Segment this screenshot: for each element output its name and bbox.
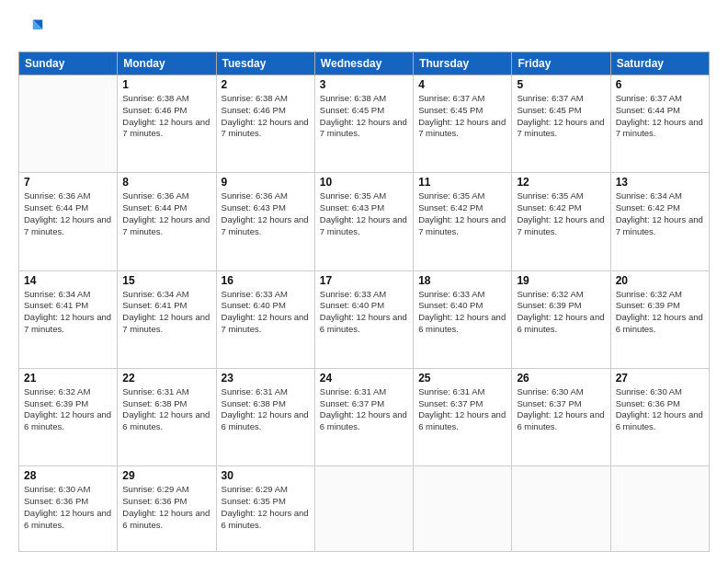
day-info: Sunrise: 6:35 AM Sunset: 6:43 PM Dayligh… bbox=[320, 190, 408, 237]
day-info: Sunrise: 6:31 AM Sunset: 6:38 PM Dayligh… bbox=[222, 386, 310, 433]
day-number: 22 bbox=[122, 372, 210, 385]
calendar-cell: 16Sunrise: 6:33 AM Sunset: 6:40 PM Dayli… bbox=[216, 270, 314, 368]
weekday-header: Friday bbox=[512, 52, 610, 75]
day-number: 9 bbox=[222, 176, 310, 189]
calendar-cell bbox=[414, 466, 512, 552]
calendar-cell: 20Sunrise: 6:32 AM Sunset: 6:39 PM Dayli… bbox=[610, 270, 709, 368]
day-info: Sunrise: 6:38 AM Sunset: 6:45 PM Dayligh… bbox=[320, 93, 408, 140]
calendar-cell: 1Sunrise: 6:38 AM Sunset: 6:46 PM Daylig… bbox=[118, 75, 216, 173]
day-info: Sunrise: 6:35 AM Sunset: 6:42 PM Dayligh… bbox=[517, 190, 605, 237]
day-number: 17 bbox=[320, 274, 408, 287]
calendar-cell: 12Sunrise: 6:35 AM Sunset: 6:42 PM Dayli… bbox=[512, 173, 610, 270]
weekday-header: Saturday bbox=[610, 52, 709, 75]
day-info: Sunrise: 6:33 AM Sunset: 6:40 PM Dayligh… bbox=[418, 289, 506, 336]
calendar-week-row: 21Sunrise: 6:32 AM Sunset: 6:39 PM Dayli… bbox=[19, 368, 710, 465]
day-info: Sunrise: 6:34 AM Sunset: 6:42 PM Dayligh… bbox=[616, 190, 704, 237]
day-number: 14 bbox=[24, 274, 112, 287]
calendar-cell bbox=[314, 466, 413, 552]
day-number: 26 bbox=[517, 372, 605, 385]
weekday-header: Sunday bbox=[19, 52, 118, 75]
day-number: 3 bbox=[320, 78, 408, 91]
day-info: Sunrise: 6:37 AM Sunset: 6:44 PM Dayligh… bbox=[616, 93, 704, 140]
day-info: Sunrise: 6:34 AM Sunset: 6:41 PM Dayligh… bbox=[122, 289, 210, 336]
calendar-cell: 15Sunrise: 6:34 AM Sunset: 6:41 PM Dayli… bbox=[118, 270, 216, 368]
calendar-cell bbox=[512, 466, 610, 552]
calendar-cell: 30Sunrise: 6:29 AM Sunset: 6:35 PM Dayli… bbox=[216, 466, 314, 552]
day-number: 7 bbox=[24, 176, 112, 189]
day-number: 2 bbox=[222, 78, 310, 91]
day-info: Sunrise: 6:38 AM Sunset: 6:46 PM Dayligh… bbox=[122, 93, 210, 140]
page: SundayMondayTuesdayWednesdayThursdayFrid… bbox=[0, 0, 728, 563]
day-info: Sunrise: 6:32 AM Sunset: 6:39 PM Dayligh… bbox=[616, 289, 704, 336]
day-info: Sunrise: 6:29 AM Sunset: 6:35 PM Dayligh… bbox=[222, 484, 310, 531]
calendar-cell: 3Sunrise: 6:38 AM Sunset: 6:45 PM Daylig… bbox=[314, 75, 413, 173]
calendar-cell: 7Sunrise: 6:36 AM Sunset: 6:44 PM Daylig… bbox=[19, 173, 118, 270]
day-number: 18 bbox=[418, 274, 506, 287]
calendar-cell: 22Sunrise: 6:31 AM Sunset: 6:38 PM Dayli… bbox=[118, 368, 216, 465]
calendar-cell: 9Sunrise: 6:36 AM Sunset: 6:43 PM Daylig… bbox=[216, 173, 314, 270]
day-number: 11 bbox=[418, 176, 506, 189]
calendar-cell: 5Sunrise: 6:37 AM Sunset: 6:45 PM Daylig… bbox=[512, 75, 610, 173]
calendar-week-row: 28Sunrise: 6:30 AM Sunset: 6:36 PM Dayli… bbox=[19, 466, 710, 552]
day-info: Sunrise: 6:36 AM Sunset: 6:44 PM Dayligh… bbox=[24, 190, 112, 237]
weekday-header: Tuesday bbox=[216, 52, 314, 75]
day-number: 28 bbox=[24, 469, 112, 482]
day-info: Sunrise: 6:32 AM Sunset: 6:39 PM Dayligh… bbox=[517, 289, 605, 336]
day-info: Sunrise: 6:33 AM Sunset: 6:40 PM Dayligh… bbox=[222, 289, 310, 336]
calendar-cell: 21Sunrise: 6:32 AM Sunset: 6:39 PM Dayli… bbox=[19, 368, 118, 465]
calendar-cell: 13Sunrise: 6:34 AM Sunset: 6:42 PM Dayli… bbox=[610, 173, 709, 270]
day-info: Sunrise: 6:37 AM Sunset: 6:45 PM Dayligh… bbox=[418, 93, 506, 140]
weekday-header: Wednesday bbox=[314, 52, 413, 75]
day-info: Sunrise: 6:35 AM Sunset: 6:42 PM Dayligh… bbox=[418, 190, 506, 237]
day-info: Sunrise: 6:31 AM Sunset: 6:38 PM Dayligh… bbox=[122, 386, 210, 433]
calendar-header-row: SundayMondayTuesdayWednesdayThursdayFrid… bbox=[19, 52, 710, 75]
weekday-header: Monday bbox=[118, 52, 216, 75]
day-number: 5 bbox=[517, 78, 605, 91]
day-info: Sunrise: 6:34 AM Sunset: 6:41 PM Dayligh… bbox=[24, 289, 112, 336]
day-info: Sunrise: 6:30 AM Sunset: 6:36 PM Dayligh… bbox=[24, 484, 112, 531]
day-info: Sunrise: 6:30 AM Sunset: 6:37 PM Dayligh… bbox=[517, 386, 605, 433]
day-number: 8 bbox=[122, 176, 210, 189]
day-number: 25 bbox=[418, 372, 506, 385]
calendar-cell: 27Sunrise: 6:30 AM Sunset: 6:36 PM Dayli… bbox=[610, 368, 709, 465]
day-info: Sunrise: 6:29 AM Sunset: 6:36 PM Dayligh… bbox=[122, 484, 210, 531]
day-number: 20 bbox=[616, 274, 704, 287]
calendar-cell bbox=[19, 75, 118, 173]
day-number: 15 bbox=[122, 274, 210, 287]
calendar-cell: 25Sunrise: 6:31 AM Sunset: 6:37 PM Dayli… bbox=[414, 368, 512, 465]
logo-icon bbox=[18, 17, 44, 42]
calendar-cell: 17Sunrise: 6:33 AM Sunset: 6:40 PM Dayli… bbox=[314, 270, 413, 368]
calendar-cell: 26Sunrise: 6:30 AM Sunset: 6:37 PM Dayli… bbox=[512, 368, 610, 465]
day-number: 12 bbox=[517, 176, 605, 189]
calendar-body: 1Sunrise: 6:38 AM Sunset: 6:46 PM Daylig… bbox=[19, 75, 710, 552]
day-info: Sunrise: 6:36 AM Sunset: 6:43 PM Dayligh… bbox=[222, 190, 310, 237]
calendar-cell: 19Sunrise: 6:32 AM Sunset: 6:39 PM Dayli… bbox=[512, 270, 610, 368]
calendar: SundayMondayTuesdayWednesdayThursdayFrid… bbox=[18, 52, 710, 552]
day-number: 21 bbox=[24, 372, 112, 385]
calendar-cell: 24Sunrise: 6:31 AM Sunset: 6:37 PM Dayli… bbox=[314, 368, 413, 465]
calendar-cell: 23Sunrise: 6:31 AM Sunset: 6:38 PM Dayli… bbox=[216, 368, 314, 465]
weekday-header: Thursday bbox=[414, 52, 512, 75]
calendar-week-row: 1Sunrise: 6:38 AM Sunset: 6:46 PM Daylig… bbox=[19, 75, 710, 173]
day-number: 16 bbox=[222, 274, 310, 287]
day-number: 19 bbox=[517, 274, 605, 287]
day-info: Sunrise: 6:37 AM Sunset: 6:45 PM Dayligh… bbox=[517, 93, 605, 140]
day-info: Sunrise: 6:31 AM Sunset: 6:37 PM Dayligh… bbox=[418, 386, 506, 433]
calendar-cell: 6Sunrise: 6:37 AM Sunset: 6:44 PM Daylig… bbox=[610, 75, 709, 173]
calendar-cell: 2Sunrise: 6:38 AM Sunset: 6:46 PM Daylig… bbox=[216, 75, 314, 173]
calendar-cell: 29Sunrise: 6:29 AM Sunset: 6:36 PM Dayli… bbox=[118, 466, 216, 552]
day-number: 13 bbox=[616, 176, 704, 189]
header bbox=[18, 17, 710, 42]
calendar-cell: 28Sunrise: 6:30 AM Sunset: 6:36 PM Dayli… bbox=[19, 466, 118, 552]
calendar-week-row: 14Sunrise: 6:34 AM Sunset: 6:41 PM Dayli… bbox=[19, 270, 710, 368]
day-info: Sunrise: 6:31 AM Sunset: 6:37 PM Dayligh… bbox=[320, 386, 408, 433]
day-number: 23 bbox=[222, 372, 310, 385]
day-info: Sunrise: 6:30 AM Sunset: 6:36 PM Dayligh… bbox=[616, 386, 704, 433]
day-number: 4 bbox=[418, 78, 506, 91]
day-number: 30 bbox=[222, 469, 310, 482]
day-number: 29 bbox=[122, 469, 210, 482]
day-number: 24 bbox=[320, 372, 408, 385]
calendar-cell: 11Sunrise: 6:35 AM Sunset: 6:42 PM Dayli… bbox=[414, 173, 512, 270]
logo bbox=[18, 17, 48, 42]
calendar-cell: 8Sunrise: 6:36 AM Sunset: 6:44 PM Daylig… bbox=[118, 173, 216, 270]
